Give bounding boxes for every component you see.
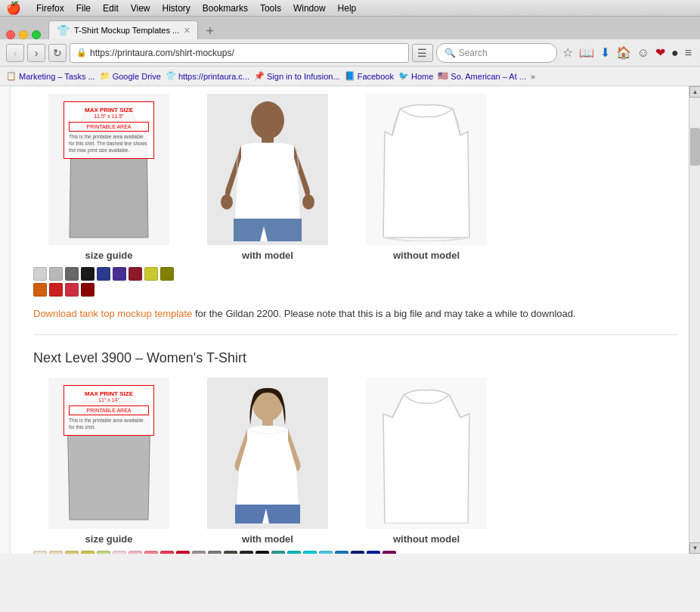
menu-help[interactable]: Help — [332, 3, 363, 14]
swatch[interactable] — [271, 551, 285, 554]
bookmark-drive[interactable]: 📁 Google Drive — [100, 71, 161, 81]
bookmark-printaura[interactable]: 👕 https://printaura.c... — [166, 71, 249, 81]
swatch[interactable] — [49, 267, 63, 281]
swatch[interactable] — [224, 551, 237, 554]
size-guide-body-text: This is the printable area availablefor … — [69, 133, 149, 154]
download-icon[interactable]: ⬇ — [598, 45, 612, 60]
menu-file[interactable]: File — [70, 3, 97, 14]
swatch[interactable] — [208, 551, 221, 554]
swatch[interactable] — [129, 551, 142, 554]
scrollbar[interactable]: ▲ ▼ — [689, 86, 700, 554]
menu-bar: Firefox File Edit View History Bookmarks… — [30, 3, 362, 14]
tank-top-swatches — [33, 267, 184, 297]
swatch[interactable] — [192, 551, 206, 554]
swatch[interactable] — [97, 267, 110, 281]
forward-button[interactable]: › — [27, 44, 45, 62]
swatch[interactable] — [65, 283, 79, 297]
refresh-button[interactable]: ↻ — [48, 44, 67, 62]
swatch[interactable] — [49, 283, 63, 297]
swatch[interactable] — [129, 267, 142, 281]
bookmark-facebook[interactable]: 📘 Facebook — [345, 71, 394, 81]
swatch[interactable] — [81, 267, 94, 281]
browser-window: 🍎 Firefox File Edit View History Bookmar… — [0, 0, 700, 612]
menu-tools[interactable]: Tools — [254, 3, 287, 14]
bookmark-soamerican-icon: 🇺🇸 — [438, 71, 448, 81]
swatch[interactable] — [113, 551, 126, 554]
back-button[interactable]: ‹ — [6, 44, 24, 62]
bookmark-star-icon[interactable]: ☆ — [560, 45, 575, 60]
scrollbar-track[interactable] — [689, 98, 700, 542]
url-bar[interactable]: 🔒 https://printaura.com/shirt-mockups/ — [70, 43, 409, 63]
close-window-button[interactable] — [6, 30, 15, 39]
menu-history[interactable]: History — [156, 3, 197, 14]
hellobar-icon[interactable]: ● — [669, 46, 681, 60]
bookmark-infusion-label: Sign in to Infusion... — [267, 72, 340, 81]
womens-size-guide-card: MAX PRINT SIZE 11" x 14" PRINTABLE AREA … — [63, 385, 154, 436]
swatch[interactable] — [65, 551, 79, 554]
swatch[interactable] — [335, 551, 348, 554]
swatch[interactable] — [33, 283, 47, 297]
apple-menu[interactable]: 🍎 — [6, 1, 21, 15]
bookmark-soamerican[interactable]: 🇺🇸 So. American – At ... — [438, 71, 526, 81]
swatch[interactable] — [81, 551, 94, 554]
swatch[interactable] — [81, 283, 94, 297]
swatch[interactable] — [65, 267, 79, 281]
swatch[interactable] — [240, 551, 253, 554]
reading-list-icon[interactable]: 📖 — [577, 45, 596, 60]
menu-firefox[interactable]: Firefox — [30, 3, 70, 14]
swatch[interactable] — [33, 267, 47, 281]
womens-max-print-dims: 11" x 14" — [69, 397, 149, 402]
scrollbar-down-button[interactable]: ▼ — [689, 542, 700, 554]
bookmark-infusion[interactable]: 📌 Sign in to Infusion... — [254, 71, 340, 81]
max-print-size-title: MAX PRINT SIZE — [69, 107, 149, 113]
left-sidebar — [0, 86, 11, 554]
sync-icon[interactable]: ☺ — [635, 46, 652, 60]
menu-view[interactable]: View — [125, 3, 156, 14]
maximize-window-button[interactable] — [32, 30, 41, 39]
swatch[interactable] — [287, 551, 301, 554]
active-tab[interactable]: 👕 T-Shirt Mockup Templates ... × — [48, 20, 198, 39]
swatch[interactable] — [49, 551, 63, 554]
tab-close-button[interactable]: × — [184, 24, 190, 36]
scrollbar-up-button[interactable]: ▲ — [689, 86, 700, 98]
swatch[interactable] — [256, 551, 269, 554]
swatch[interactable] — [160, 267, 174, 281]
bookmark-overflow[interactable]: » — [531, 72, 535, 81]
swatch[interactable] — [367, 551, 380, 554]
menu-window[interactable]: Window — [287, 3, 332, 14]
swatch[interactable] — [176, 551, 190, 554]
ssl-indicator: 🔒 — [76, 48, 87, 57]
swatch[interactable] — [383, 551, 396, 554]
swatch[interactable] — [160, 551, 174, 554]
bookmark-marketing-icon: 📋 — [6, 71, 17, 81]
swatch[interactable] — [351, 551, 364, 554]
search-box[interactable]: 🔍 Search — [436, 43, 557, 63]
swatch[interactable] — [33, 551, 47, 554]
bookmark-twitter[interactable]: 🐦 Home — [398, 71, 433, 81]
swatch[interactable] — [144, 267, 158, 281]
bookmark-printaura-icon: 👕 — [166, 71, 176, 81]
womens-tshirt-mockup-row: MAX PRINT SIZE 11" x 14" PRINTABLE AREA … — [33, 377, 677, 545]
minimize-window-button[interactable] — [19, 30, 28, 39]
tank-top-download-link[interactable]: Download tank top mockup template — [33, 308, 192, 319]
bookmark-printaura-label: https://printaura.c... — [178, 72, 249, 81]
menu-bookmarks[interactable]: Bookmarks — [197, 3, 254, 14]
womens-model-svg — [218, 384, 317, 523]
swatch[interactable] — [97, 551, 110, 554]
new-tab-button[interactable]: + — [201, 23, 218, 39]
swatch[interactable] — [144, 551, 158, 554]
scrollbar-thumb[interactable] — [690, 128, 700, 166]
bookmark-twitter-icon: 🐦 — [398, 71, 409, 81]
pinterest-icon[interactable]: ❤ — [653, 45, 667, 60]
swatch[interactable] — [303, 551, 317, 554]
menu-edit[interactable]: Edit — [97, 3, 125, 14]
bookmark-marketing[interactable]: 📋 Marketing – Tasks ... — [6, 71, 95, 81]
womens-without-model-label: without model — [393, 533, 460, 545]
home-icon[interactable]: 🏠 — [614, 45, 633, 60]
reader-mode-button[interactable]: ☰ — [412, 44, 433, 62]
womens-size-guide: MAX PRINT SIZE 11" x 14" PRINTABLE AREA … — [33, 377, 184, 545]
bookmark-drive-label: Google Drive — [113, 72, 161, 81]
swatch[interactable] — [113, 267, 126, 281]
menu-icon[interactable]: ≡ — [683, 46, 694, 60]
swatch[interactable] — [319, 551, 333, 554]
